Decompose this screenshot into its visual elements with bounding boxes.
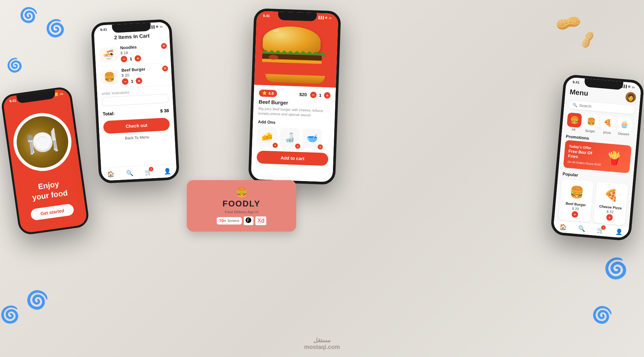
time-1: 9.41 bbox=[9, 98, 16, 103]
battery-icon-2: ▭ bbox=[160, 25, 163, 28]
nav-home-icon[interactable]: 🏠 bbox=[107, 170, 115, 178]
menu-nav-cart[interactable]: 🛒 2 bbox=[596, 226, 605, 234]
wifi-icon-3: ⋒ bbox=[325, 16, 327, 19]
search-icon: 🔍 bbox=[572, 103, 577, 107]
time-4: 9.41 bbox=[573, 80, 580, 84]
nav-search-icon[interactable]: 🔍 bbox=[126, 169, 134, 177]
popular-item-burger[interactable]: 🍔 Beef Burger $ 20 + bbox=[559, 179, 594, 222]
dessert-icon: 🧁 bbox=[617, 117, 632, 132]
promo-condition: On All Orders Above $150 bbox=[567, 160, 601, 166]
product-qty-plus[interactable]: + bbox=[324, 92, 331, 99]
qty-minus-1[interactable]: − bbox=[121, 56, 128, 62]
burger-icon: 🍔 bbox=[583, 114, 599, 129]
product-info: ⭐ 4.8 $20 − 1 + Beef Burger Big juicy be… bbox=[251, 85, 336, 170]
category-pizza-label: pizza bbox=[603, 130, 611, 134]
burger-bun-bottom bbox=[265, 74, 325, 84]
menu-nav-profile[interactable]: 👤 bbox=[615, 228, 623, 236]
category-dessert-label: Dessert bbox=[618, 132, 629, 136]
cart-item-1: 🍜 Noodles $ 18 − 1 + ✕ bbox=[95, 40, 171, 67]
qty-plus-2[interactable]: + bbox=[136, 78, 142, 84]
product-description: Big juicy beef burger with cheese, lettu… bbox=[258, 106, 330, 119]
nav-cart-icon[interactable]: 🛒 2 bbox=[144, 168, 152, 176]
cart-item-2-info: Beef Burger $ 20 − 1 + bbox=[121, 66, 168, 85]
addon-fries-plus: + bbox=[272, 142, 278, 148]
battery-icon-4: ▭ bbox=[632, 86, 635, 89]
cart-item-1-info: Noodles $ 18 − 1 + bbox=[120, 43, 166, 62]
brand-name: FOODLY bbox=[223, 199, 260, 209]
remove-item-1[interactable]: ✕ bbox=[161, 43, 167, 49]
addon-fries[interactable]: 🧀 + bbox=[257, 127, 277, 147]
price-qty-group: $20 − 1 + bbox=[299, 91, 330, 99]
splash-headline: Enjoy your food bbox=[21, 177, 77, 204]
xd-icon: Xd bbox=[255, 216, 266, 225]
rating-price-row: ⭐ 4.8 $20 − 1 + bbox=[259, 89, 331, 99]
popular-pizza-img: 🍕 bbox=[600, 185, 624, 205]
add-pizza-btn[interactable]: + bbox=[606, 214, 613, 221]
food-image: 🍽️ bbox=[13, 113, 71, 171]
popular-burger-price: $ 20 bbox=[572, 206, 579, 211]
cart-bottom-nav: 🏠 🔍 🛒 2 👤 bbox=[101, 164, 177, 181]
rating-value: 4.8 bbox=[268, 91, 274, 96]
burger-container bbox=[261, 24, 331, 84]
product-qty-minus[interactable]: − bbox=[310, 92, 317, 98]
center-brand-card: 🍔 FOODLY Food Delivery App UI 70+ Screen… bbox=[187, 180, 296, 232]
popular-burger-img: 🍔 bbox=[565, 182, 589, 202]
get-started-button[interactable]: Get started bbox=[30, 204, 75, 221]
arabic-watermark: مستقل bbox=[304, 337, 340, 344]
cart-item-2: 🍔 Beef Burger $ 20 − 1 + ✕ bbox=[96, 63, 172, 89]
qty-plus-1[interactable]: + bbox=[135, 55, 141, 62]
promo-text: Today's Offer Free Box Of Fries On All O… bbox=[567, 144, 603, 167]
user-avatar[interactable]: 👩 bbox=[625, 92, 636, 103]
popular-item-pizza[interactable]: 🍕 Cheese Pizza $ 32 + bbox=[593, 182, 628, 225]
category-all[interactable]: 🍔 All bbox=[566, 113, 582, 132]
tool-badges: 🅕 Xd bbox=[244, 216, 266, 225]
cart-item-2-image: 🍔 bbox=[100, 69, 119, 85]
addon-sauce[interactable]: 🍶 + bbox=[280, 127, 300, 147]
promo-banner[interactable]: Today's Offer Free Box Of Fries On All O… bbox=[563, 140, 632, 173]
notch-3 bbox=[278, 12, 317, 21]
brand-logo: 🍔 bbox=[236, 187, 247, 197]
order-instructions-input[interactable] bbox=[102, 94, 168, 106]
popular-pizza-price: $ 32 bbox=[606, 209, 613, 214]
splash-text-area: Enjoy your food Get started bbox=[14, 172, 87, 226]
cart-item-1-image: 🍜 bbox=[99, 47, 118, 62]
brand-badges: 70+ Screens 🅕 Xd bbox=[217, 216, 267, 225]
nav-profile-icon[interactable]: 👤 bbox=[163, 167, 171, 175]
back-to-menu-link[interactable]: Back To Menu bbox=[99, 132, 175, 143]
addon-drink[interactable]: 🥣 + bbox=[302, 128, 322, 148]
star-icon: ⭐ bbox=[262, 91, 267, 96]
category-all-label: All bbox=[572, 128, 575, 132]
add-burger-btn[interactable]: + bbox=[572, 211, 579, 218]
phone-cart: 9.41 ▐▐▐ ⋒ ▭ 2 Items In Cart 🍜 Noodles $… bbox=[91, 19, 180, 184]
add-to-cart-button[interactable]: Add to cart bbox=[257, 151, 328, 166]
category-burger[interactable]: 🍔 Burger bbox=[583, 114, 599, 133]
search-input[interactable] bbox=[579, 103, 631, 112]
time-2: 9.41 bbox=[100, 27, 107, 32]
checkout-button[interactable]: Check out bbox=[103, 118, 170, 134]
product-name: Beef Burger bbox=[259, 99, 330, 107]
all-icon: 🍔 bbox=[567, 113, 582, 128]
battery-icon-3: ▭ bbox=[329, 16, 332, 20]
qty-minus-2[interactable]: − bbox=[122, 78, 128, 85]
product-qty-num: 1 bbox=[319, 93, 322, 97]
category-pizza[interactable]: 🍕 pizza bbox=[600, 115, 616, 135]
product-qty-control: − 1 + bbox=[310, 92, 331, 99]
category-dessert[interactable]: 🧁 Dessert bbox=[616, 117, 632, 136]
rating-badge: ⭐ 4.8 bbox=[259, 89, 277, 97]
screens-count: 70+ bbox=[219, 218, 226, 223]
total-label: Total: bbox=[103, 111, 115, 116]
remove-item-2[interactable]: ✕ bbox=[162, 66, 168, 72]
url-watermark: mostaqi.com bbox=[304, 344, 340, 351]
qty-num-2: 1 bbox=[131, 79, 133, 84]
popular-grid: 🍔 Beef Burger $ 20 + 🍕 Cheese Pizza $ 32… bbox=[554, 177, 633, 227]
battery-icon-1: ▭ bbox=[60, 91, 63, 96]
signal-icon-3: ▐▐▐ bbox=[317, 16, 324, 19]
menu-nav-home[interactable]: 🏠 bbox=[559, 223, 567, 231]
product-hero: 9.41 ▐▐▐ ⋒ ▭ bbox=[254, 11, 338, 88]
total-value: $ 38 bbox=[160, 108, 169, 114]
wifi-icon-4: ⋒ bbox=[628, 85, 631, 89]
status-icons-3: ▐▐▐ ⋒ ▭ bbox=[317, 16, 332, 20]
menu-nav-search[interactable]: 🔍 bbox=[577, 224, 586, 233]
phone-menu: 9.41 ▐▐▐ ⋒ ▭ Menu 👩 🔍 🍔 All 🍔 Burger bbox=[550, 74, 644, 241]
food-circle: 🍽️ bbox=[10, 109, 75, 175]
